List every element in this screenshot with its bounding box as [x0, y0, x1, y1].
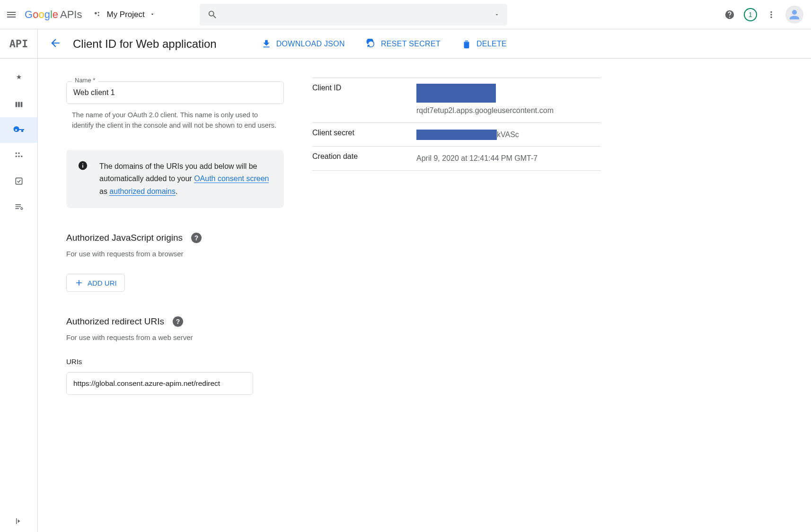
- redirect-uri-input[interactable]: https://global.consent.azure-apim.net/re…: [66, 372, 253, 395]
- delete-label: DELETE: [476, 40, 507, 48]
- delete-button[interactable]: DELETE: [461, 39, 507, 49]
- client-id-key: Client ID: [312, 78, 416, 123]
- account-avatar[interactable]: [785, 6, 803, 24]
- creation-date-row: Creation date April 9, 2020 at 12:41:44 …: [312, 147, 601, 171]
- svg-point-7: [21, 156, 22, 157]
- info-card-text: The domains of the URIs you add below wi…: [99, 160, 273, 198]
- project-icon: [93, 10, 102, 19]
- nav-brand[interactable]: API: [0, 29, 37, 59]
- menu-icon[interactable]: [6, 9, 17, 20]
- client-secret-redacted: [416, 130, 497, 140]
- name-input[interactable]: [66, 81, 284, 104]
- project-name: My Project: [106, 10, 144, 19]
- nav-credentials-icon[interactable]: [0, 117, 37, 143]
- client-secret-row: Client secret kVASc: [312, 122, 601, 147]
- notifications-badge[interactable]: 1: [744, 8, 757, 21]
- page-header: Client ID for Web application DOWNLOAD J…: [38, 29, 811, 59]
- project-picker[interactable]: My Project: [89, 8, 159, 21]
- left-nav: API: [0, 29, 38, 532]
- svg-point-6: [18, 156, 19, 157]
- search-dropdown-icon[interactable]: [494, 12, 500, 17]
- help-icon[interactable]: [724, 9, 735, 20]
- oauth-consent-link[interactable]: OAuth consent screen: [194, 174, 269, 183]
- add-uri-label: ADD URI: [88, 279, 117, 287]
- more-vert-icon[interactable]: [766, 9, 777, 20]
- download-json-label: DOWNLOAD JSON: [276, 40, 345, 48]
- svg-point-4: [18, 152, 19, 154]
- creation-date-value: April 9, 2020 at 12:41:44 PM GMT-7: [416, 147, 601, 171]
- redirect-uris-sub: For use with requests from a web server: [66, 333, 284, 341]
- client-id-redacted: [416, 84, 496, 103]
- google-apis-logo[interactable]: Google APIs: [25, 9, 82, 21]
- back-arrow-icon[interactable]: [49, 37, 62, 51]
- client-details-table: Client ID rqdt7etup2l.apps.googleusercon…: [312, 78, 601, 171]
- reset-secret-button[interactable]: RESET SECRET: [366, 39, 441, 49]
- download-json-button[interactable]: DOWNLOAD JSON: [261, 39, 345, 49]
- svg-point-3: [15, 152, 17, 154]
- js-origins-help-icon[interactable]: ?: [191, 233, 202, 243]
- info-icon: [78, 160, 88, 172]
- name-help-text: The name of your OAuth 2.0 client. This …: [66, 110, 284, 131]
- nav-dashboard-icon[interactable]: [0, 66, 37, 92]
- uris-label: URIs: [66, 358, 284, 366]
- add-uri-button[interactable]: ADD URI: [66, 274, 125, 292]
- svg-point-5: [15, 156, 17, 157]
- svg-point-0: [95, 12, 97, 14]
- redirect-uris-heading: Authorized redirect URIs: [66, 316, 164, 327]
- topbar: Google APIs My Project 1: [0, 0, 811, 29]
- reset-secret-label: RESET SECRET: [381, 40, 441, 48]
- apis-logo-text: APIs: [60, 9, 82, 21]
- name-field-label: Name *: [72, 77, 98, 84]
- page-title: Client ID for Web application: [73, 37, 217, 51]
- client-id-row: Client ID rqdt7etup2l.apps.googleusercon…: [312, 78, 601, 123]
- authorized-domains-link[interactable]: authorized domains: [109, 187, 176, 196]
- nav-consent-icon[interactable]: [0, 143, 37, 168]
- search-icon: [207, 9, 218, 20]
- info-card: The domains of the URIs you add below wi…: [66, 150, 284, 208]
- expand-nav-icon[interactable]: [0, 517, 37, 525]
- svg-point-1: [98, 12, 99, 13]
- js-origins-sub: For use with requests from a browser: [66, 250, 284, 258]
- notification-count: 1: [749, 11, 752, 18]
- js-origins-heading: Authorized JavaScript origins: [66, 233, 183, 243]
- dropdown-icon: [150, 10, 155, 19]
- redirect-uris-help-icon[interactable]: ?: [173, 316, 183, 327]
- nav-page-usage-icon[interactable]: [0, 194, 37, 219]
- google-logo-text: Google: [25, 9, 58, 21]
- search-bar[interactable]: [200, 4, 507, 26]
- nav-verification-icon[interactable]: [0, 168, 37, 194]
- client-id-value: rqdt7etup2l.apps.googleusercontent.com: [416, 78, 601, 123]
- client-secret-value: kVASc: [416, 122, 601, 147]
- client-secret-key: Client secret: [312, 122, 416, 147]
- redirect-uri-value: https://global.consent.azure-apim.net/re…: [73, 379, 220, 388]
- svg-point-2: [98, 15, 99, 16]
- svg-rect-8: [16, 178, 22, 184]
- nav-library-icon[interactable]: [0, 92, 37, 117]
- creation-date-key: Creation date: [312, 147, 416, 171]
